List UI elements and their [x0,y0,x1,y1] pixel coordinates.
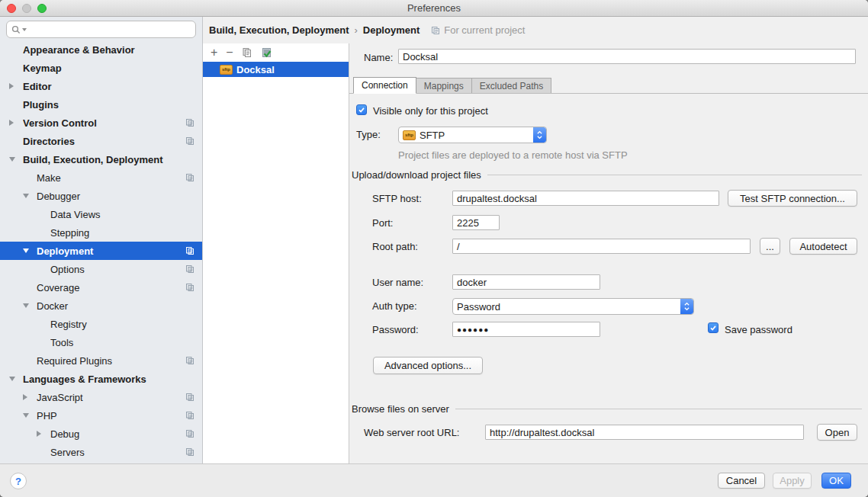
sidebar-item-version-control[interactable]: Version Control [0,114,202,132]
sidebar-item-stepping[interactable]: Stepping [0,223,202,242]
sidebar-item-directories[interactable]: Directories [0,132,202,150]
chevron-down-icon[interactable] [9,377,15,381]
for-current-project-label: For current project [444,24,525,36]
web-url-label: Web server root URL: [364,427,459,438]
chevron-down-icon[interactable] [23,248,29,253]
web-url-field[interactable]: http://drupaltest.docksal [485,425,804,440]
tab-excluded-paths[interactable]: Excluded Paths [471,78,551,94]
test-connection-button[interactable]: Test SFTP connection... [728,190,857,207]
sidebar-item-label: PHP [37,410,185,422]
sidebar-item-plugins[interactable]: Plugins [0,95,202,114]
server-item-docksal[interactable]: sftpDocksal [203,62,349,77]
sidebar-item-required-plugins[interactable]: Required Plugins [0,351,202,370]
sidebar-item-label: Editor [23,81,202,92]
sidebar-item-servers[interactable]: Servers [0,443,202,461]
sidebar-item-editor[interactable]: Editor [0,77,202,95]
search-input[interactable] [6,21,196,38]
sidebar-item-label: Docker [37,300,202,312]
sidebar-item-label: Required Plugins [37,355,185,367]
use-as-default-icon[interactable] [261,47,272,59]
sidebar-item-php[interactable]: PHP [0,406,202,425]
settings-tree: Appearance & BehaviorKeymapEditorPlugins… [0,39,202,463]
tab-connection[interactable]: Connection [353,77,416,94]
copy-server-icon[interactable] [242,47,252,58]
breadcrumb-parent[interactable]: Build, Execution, Deployment [209,24,349,36]
user-name-label: User name: [372,277,423,288]
sidebar-item-data-views[interactable]: Data Views [0,205,202,223]
breadcrumb: Build, Execution, Deployment › Deploymen… [203,17,868,43]
window-title: Preferences [407,2,461,14]
sidebar-item-label: Servers [50,447,185,458]
check-icon [709,323,718,332]
remove-server-icon[interactable]: − [226,46,233,59]
for-current-project-icon [185,411,194,420]
zoom-window-icon[interactable] [37,4,47,13]
sidebar-item-label: Plugins [23,99,202,111]
chevron-right-icon[interactable] [9,83,14,89]
settings-sidebar: Appearance & BehaviorKeymapEditorPlugins… [0,17,203,463]
sidebar-item-debugger[interactable]: Debugger [0,187,202,205]
sidebar-item-javascript[interactable]: JavaScript [0,388,202,406]
sidebar-item-registry[interactable]: Registry [0,315,202,333]
sidebar-item-label: Make [37,172,185,184]
sidebar-item-docker[interactable]: Docker [0,297,202,315]
close-window-icon[interactable] [7,4,16,13]
root-path-field[interactable]: / [452,239,751,254]
advanced-options-button[interactable]: Advanced options... [373,357,483,374]
sidebar-item-label: Debug [50,428,185,440]
chevron-right-icon[interactable] [37,431,41,437]
auth-type-select[interactable]: Password [452,298,694,315]
deployment-form: Name: Docksal ConnectionMappingsExcluded… [349,43,868,463]
minimize-window-icon [22,4,31,13]
port-label: Port: [372,217,393,229]
autodetect-button[interactable]: Autodetect [789,238,857,255]
sidebar-item-deployment[interactable]: Deployment [0,242,202,260]
sidebar-item-make[interactable]: Make [0,168,202,187]
browse-root-button[interactable]: ... [760,238,780,255]
sidebar-item-label: Registry [50,319,202,330]
sidebar-item-label: Debugger [37,191,202,202]
chevron-down-icon[interactable] [9,157,15,162]
search-options-caret-icon[interactable] [22,28,27,31]
title-bar: Preferences [0,0,868,17]
ok-button[interactable]: OK [821,473,851,489]
add-server-icon[interactable]: + [211,46,217,59]
sidebar-item-keymap[interactable]: Keymap [0,59,202,77]
sidebar-item-options[interactable]: Options [0,260,202,278]
chevron-down-icon[interactable] [23,413,29,418]
sidebar-item-label: Directories [23,136,185,147]
help-button[interactable]: ? [10,473,27,489]
server-list-toolbar: + − [203,43,349,62]
sidebar-item-languages-frameworks[interactable]: Languages & Frameworks [0,370,202,388]
sidebar-item-tools[interactable]: Tools [0,333,202,351]
type-help-text: Project files are deployed to a remote h… [398,149,628,161]
for-current-project-icon [185,429,194,438]
tab-mappings[interactable]: Mappings [416,78,472,94]
sftp-host-field[interactable]: drupaltest.docksal [452,191,719,206]
save-password-checkbox[interactable] [708,322,719,333]
select-stepper-icon [680,299,693,314]
for-current-project-icon [185,393,194,402]
password-field[interactable]: ●●●●●● [452,322,600,337]
upload-section-header: Upload/download project files [352,169,862,181]
type-select[interactable]: sftp SFTP [398,127,547,143]
tab-separator [349,93,868,94]
sidebar-item-coverage[interactable]: Coverage [0,278,202,297]
user-name-field[interactable]: docker [452,274,600,290]
sidebar-item-debug[interactable]: Debug [0,425,202,443]
chevron-right-icon[interactable] [23,394,27,400]
chevron-right-icon[interactable] [9,120,14,126]
cancel-button[interactable]: Cancel [718,473,765,489]
chevron-down-icon[interactable] [23,194,29,198]
port-field[interactable]: 2225 [452,215,500,230]
open-url-button[interactable]: Open [817,424,857,441]
traffic-lights [7,4,47,13]
visible-only-checkbox[interactable] [356,104,367,115]
name-field[interactable]: Docksal [398,49,856,64]
for-current-project-icon [185,246,194,255]
chevron-down-icon[interactable] [23,303,29,308]
apply-button[interactable]: Apply [773,473,812,489]
check-icon [357,105,366,114]
sidebar-item-appearance-behavior[interactable]: Appearance & Behavior [0,40,202,59]
sidebar-item-build-execution-deployment[interactable]: Build, Execution, Deployment [0,150,202,168]
